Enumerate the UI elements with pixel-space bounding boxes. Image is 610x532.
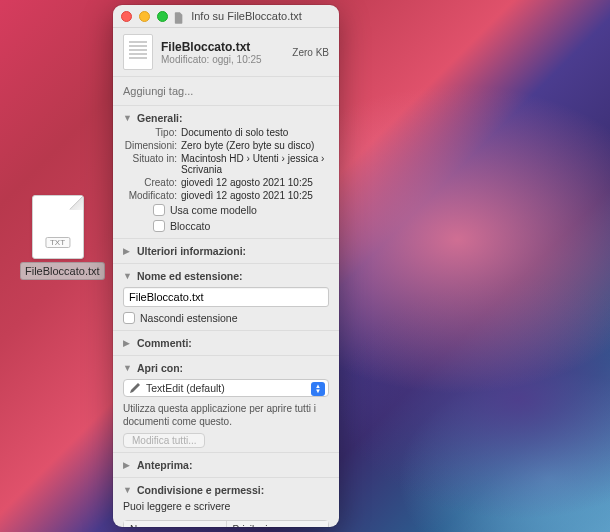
section-comments[interactable]: ▶Commenti: (113, 330, 339, 355)
checkbox-icon (153, 220, 165, 232)
section-more-info[interactable]: ▶Ulteriori informazioni: (113, 238, 339, 263)
general-modified: giovedì 12 agosto 2021 10:25 (181, 190, 329, 201)
sharing-summary: Puoi leggere e scrivere (123, 498, 329, 516)
hide-ext-row[interactable]: Nascondi estensione (123, 310, 329, 326)
stationery-checkbox-row[interactable]: Usa come modello (123, 202, 329, 218)
chevron-down-icon: ▼ (123, 271, 133, 281)
section-name-ext: ▼Nome ed estensione: Nascondi estensione (113, 263, 339, 330)
select-arrows-icon: ▲▼ (311, 382, 325, 396)
desktop-background: TXT FileBloccato.txt Info su FileBloccat… (0, 0, 610, 532)
file-modified: Modificato: oggi, 10:25 (161, 54, 284, 65)
chevron-down-icon: ▼ (123, 485, 133, 495)
section-open-with: ▼Apri con: TextEdit (default) ▲▼ Utilizz… (113, 355, 339, 452)
col-priv: Privilegio (227, 521, 329, 527)
chevron-right-icon: ▶ (123, 460, 133, 470)
open-with-select[interactable]: TextEdit (default) ▲▼ (123, 379, 329, 397)
close-button[interactable] (121, 11, 132, 22)
general-header[interactable]: ▼ Generali: (123, 110, 329, 126)
section-general: ▼ Generali: Tipo:Documento di solo testo… (113, 105, 339, 238)
titlebar[interactable]: Info su FileBloccato.txt (113, 5, 339, 28)
chevron-down-icon: ▼ (123, 113, 133, 123)
file-thumbnail-icon (123, 34, 153, 70)
traffic-lights (121, 11, 168, 22)
minimize-button[interactable] (139, 11, 150, 22)
permissions-table: Nome Privilegio jessica (Io) ▲▼Lettura e… (123, 520, 329, 527)
window-title: Info su FileBloccato.txt (162, 10, 331, 22)
locked-checkbox-row[interactable]: Bloccato (123, 218, 329, 234)
chevron-right-icon: ▶ (123, 338, 133, 348)
checkbox-icon (123, 312, 135, 324)
checkbox-icon (153, 204, 165, 216)
chevron-down-icon: ▼ (123, 363, 133, 373)
file-header: FileBloccato.txt Modificato: oggi, 10:25… (113, 28, 339, 77)
desktop-file[interactable]: TXT FileBloccato.txt (20, 195, 95, 280)
file-icon: TXT (32, 195, 84, 259)
general-where: Macintosh HD › Utenti › jessica › Scriva… (181, 153, 329, 175)
open-with-header[interactable]: ▼Apri con: (123, 360, 329, 376)
tags-row (113, 77, 339, 105)
file-name: FileBloccato.txt (161, 40, 284, 54)
section-preview[interactable]: ▶Anteprima: (113, 452, 339, 477)
col-name: Nome (124, 521, 227, 527)
info-window: Info su FileBloccato.txt FileBloccato.tx… (113, 5, 339, 527)
file-size: Zero KB (292, 47, 329, 58)
desktop-file-label: FileBloccato.txt (20, 262, 105, 280)
name-ext-input[interactable] (123, 287, 329, 307)
app-icon (129, 382, 141, 394)
open-with-desc: Utilizza questa applicazione per aprire … (123, 400, 329, 433)
txt-badge: TXT (45, 237, 70, 248)
general-size: Zero byte (Zero byte su disco) (181, 140, 329, 151)
general-created: giovedì 12 agosto 2021 10:25 (181, 177, 329, 188)
change-all-button: Modifica tutti... (123, 433, 205, 448)
section-sharing: ▼Condivisione e permessi: Puoi leggere e… (113, 477, 339, 527)
general-kind: Documento di solo testo (181, 127, 329, 138)
chevron-right-icon: ▶ (123, 246, 133, 256)
name-ext-header[interactable]: ▼Nome ed estensione: (123, 268, 329, 284)
sharing-header[interactable]: ▼Condivisione e permessi: (123, 482, 329, 498)
tags-input[interactable] (123, 85, 329, 97)
